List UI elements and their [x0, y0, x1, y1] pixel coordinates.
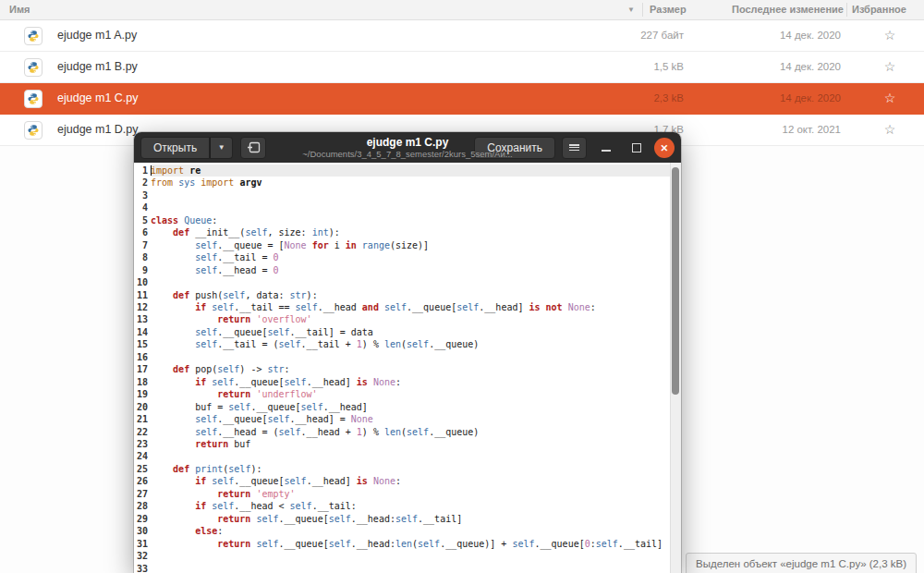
code-line[interactable]: 29 return self.__queue[self.__head:self.…	[134, 513, 670, 525]
code-line[interactable]: 12 if self.__tail == self.__head and sel…	[134, 301, 670, 313]
code-text: if self.__tail == self.__head and self._…	[151, 301, 670, 313]
scrollbar-thumb[interactable]	[672, 167, 679, 395]
favorite-star-button[interactable]: ☆	[881, 52, 898, 82]
close-button[interactable]: ✕	[654, 138, 675, 158]
code-text: return 'empty'	[151, 488, 670, 500]
code-line[interactable]: 26 if self.__queue[self.__head] is None:	[134, 475, 670, 487]
menu-button[interactable]	[562, 137, 587, 159]
code-text: from sys import argv	[151, 177, 670, 189]
code-line[interactable]: 10	[134, 276, 670, 288]
code-line[interactable]: 15 self.__tail = (self.__tail + 1) % len…	[134, 338, 670, 350]
line-number: 9	[134, 264, 151, 276]
editor-titlebar[interactable]: Открыть ▼ ejudge m1 C.py ~/Documents/3_4…	[134, 132, 681, 163]
file-name: ejudge m1 B.py	[57, 52, 138, 82]
code-text	[151, 550, 670, 562]
code-line[interactable]: 27 return 'empty'	[134, 488, 670, 500]
code-line[interactable]: 11 def push(self, data: str):	[134, 289, 670, 301]
code-line[interactable]: 13 return 'overflow'	[134, 313, 670, 325]
code-line[interactable]: 4	[134, 201, 670, 213]
open-button[interactable]: Открыть	[140, 137, 210, 159]
line-number: 25	[134, 463, 151, 475]
open-dropdown-caret-icon[interactable]: ▼	[210, 137, 233, 159]
code-text: if self.__queue[self.__head] is None:	[151, 376, 670, 388]
line-number: 23	[134, 438, 151, 450]
file-size: 2,3 kB	[653, 83, 684, 114]
new-document-icon	[247, 141, 261, 153]
line-number: 28	[134, 500, 151, 512]
code-editor[interactable]: 1import re2from sys import argv345class …	[134, 163, 670, 573]
editor-body: 1import re2from sys import argv345class …	[134, 163, 681, 573]
line-number: 6	[134, 226, 151, 238]
code-line[interactable]: 19 return 'underflow'	[134, 388, 670, 400]
favorite-star-button[interactable]: ☆	[881, 115, 898, 145]
python-file-icon	[24, 27, 43, 45]
code-line[interactable]: 9 self.__head = 0	[134, 264, 670, 276]
code-text: def print(self):	[151, 463, 670, 475]
line-number: 29	[134, 513, 151, 525]
code-line[interactable]: 30 else:	[134, 525, 670, 537]
line-number: 3	[134, 189, 151, 201]
maximize-icon	[632, 143, 641, 152]
code-line[interactable]: 22 self.__head = (self.__head + 1) % len…	[134, 426, 670, 438]
file-modified-date: 14 дек. 2020	[780, 83, 841, 114]
hamburger-menu-icon	[569, 143, 579, 152]
line-number: 30	[134, 525, 151, 537]
code-line[interactable]: 1import re	[134, 165, 670, 177]
code-line[interactable]: 18 if self.__queue[self.__head] is None:	[134, 376, 670, 388]
code-line[interactable]: 24	[134, 450, 670, 462]
column-header-size[interactable]: Размер	[650, 0, 687, 19]
column-header-name[interactable]: Имя	[9, 0, 30, 19]
code-text: self.__tail = 0	[151, 251, 670, 263]
code-text: return 'underflow'	[151, 388, 670, 400]
code-text: def push(self, data: str):	[151, 289, 670, 301]
scrollbar-track[interactable]	[670, 163, 681, 573]
code-line[interactable]: 33	[134, 563, 670, 573]
code-line[interactable]: 23 return buf	[134, 438, 670, 450]
file-size: 227 байт	[640, 20, 684, 51]
code-text	[151, 201, 670, 213]
favorite-star-button[interactable]: ☆	[881, 20, 898, 51]
line-number: 10	[134, 276, 151, 288]
code-line[interactable]: 20 buf = self.__queue[self.__head]	[134, 401, 670, 413]
code-text: buf = self.__queue[self.__head]	[151, 401, 670, 413]
window-subtitle-path: ~/Documents/3_4_5_7_8_semester/2kurs_5se…	[302, 149, 512, 159]
code-text: if self.__queue[self.__head] is None:	[151, 475, 670, 487]
file-name: ejudge m1 D.py	[57, 115, 139, 145]
minimize-button[interactable]	[595, 137, 617, 159]
code-text: import re	[151, 165, 670, 177]
code-line[interactable]: 14 self.__queue[self.__tail] = data	[134, 326, 670, 338]
maximize-button[interactable]	[626, 137, 648, 159]
code-text: self.__queue = [None for i in range(size…	[151, 239, 670, 251]
file-name: ejudge m1 C.py	[57, 83, 139, 114]
code-line[interactable]: 3	[134, 189, 670, 201]
code-line[interactable]: 5class Queue:	[134, 214, 670, 226]
favorite-star-button[interactable]: ☆	[881, 83, 898, 114]
new-document-button[interactable]	[240, 137, 266, 159]
file-row[interactable]: ejudge m1 A.py227 байт14 дек. 2020☆	[0, 20, 924, 52]
desktop-screen: Имя ▼ Размер Последнее изменение Избранн…	[0, 0, 924, 573]
code-line[interactable]: 6 def __init__(self, size: int):	[134, 226, 670, 238]
code-line[interactable]: 16	[134, 351, 670, 363]
line-number: 22	[134, 426, 151, 438]
column-header-modified[interactable]: Последнее изменение	[732, 0, 844, 19]
code-line[interactable]: 31 return self.__queue[self.__head:len(s…	[134, 538, 670, 550]
code-line[interactable]: 7 self.__queue = [None for i in range(si…	[134, 239, 670, 251]
code-text: class Queue:	[151, 214, 670, 226]
line-number: 8	[134, 251, 151, 263]
file-row[interactable]: ejudge m1 C.py2,3 kB14 дек. 2020☆	[0, 83, 924, 115]
code-line[interactable]: 32	[134, 550, 670, 562]
code-text	[151, 450, 670, 462]
column-header-favorite[interactable]: Избранное	[852, 0, 906, 19]
code-text: self.__tail = (self.__tail + 1) % len(se…	[151, 338, 670, 350]
code-text	[151, 276, 670, 288]
code-line[interactable]: 21 self.__queue[self.__head] = None	[134, 413, 670, 425]
code-line[interactable]: 8 self.__tail = 0	[134, 251, 670, 263]
file-row[interactable]: ejudge m1 B.py1,5 kB14 дек. 2020☆	[0, 52, 924, 83]
window-title-block: ejudge m1 C.py ~/Documents/3_4_5_7_8_sem…	[302, 136, 512, 159]
code-line[interactable]: 17 def pop(self) -> str:	[134, 363, 670, 375]
sort-descending-icon[interactable]: ▼	[627, 0, 635, 19]
editor-window: Открыть ▼ ejudge m1 C.py ~/Documents/3_4…	[134, 132, 681, 573]
code-line[interactable]: 25 def print(self):	[134, 463, 670, 475]
code-line[interactable]: 28 if self.__head < self.__tail:	[134, 500, 670, 512]
code-line[interactable]: 2from sys import argv	[134, 177, 670, 189]
